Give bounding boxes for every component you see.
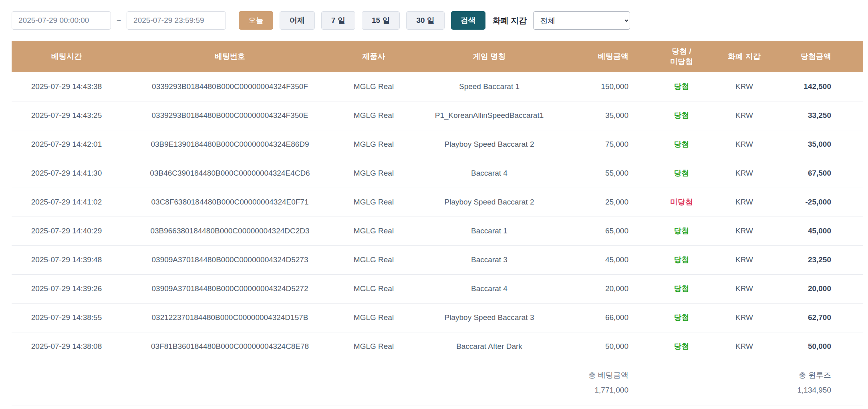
cell-provider: MGLG Real: [338, 245, 409, 274]
cell-bet-number: 03909A370184480B000C00000004324D5272: [121, 274, 338, 303]
table-row: 2025-07-29 14:43:25 0339293B0184480B000C…: [12, 101, 863, 130]
cell-wallet: KRW: [718, 274, 771, 303]
table-row: 2025-07-29 14:41:02 03C8F6380184480B000C…: [12, 188, 863, 217]
cell-provider: MGLG Real: [338, 159, 409, 188]
cell-win-amount: 67,500: [771, 159, 863, 188]
total-bet-cell: 총 베팅금액 1,771,000: [570, 361, 645, 405]
table-row: 2025-07-29 14:38:55 032122370184480B000C…: [12, 303, 863, 332]
cell-bet-amount: 75,000: [570, 130, 645, 159]
table-row: 2025-07-29 14:41:30 03B46C390184480B000C…: [12, 159, 863, 188]
cell-bet-number: 03B9E1390184480B000C00000004324E86D9: [121, 130, 338, 159]
table-row: 2025-07-29 14:38:08 03F81B360184480B000C…: [12, 332, 863, 361]
cell-result: 당첨: [645, 217, 718, 245]
total-winlose-cell: 총 윈루즈 1,134,950: [771, 361, 863, 405]
cell-win-amount: 23,250: [771, 245, 863, 274]
cell-provider: MGLG Real: [338, 274, 409, 303]
header-bet-number: 베팅번호: [121, 41, 338, 72]
cell-wallet: KRW: [718, 217, 771, 245]
date-from-input[interactable]: [12, 11, 111, 30]
cell-win-amount: 45,000: [771, 217, 863, 245]
date-to-input[interactable]: [127, 11, 226, 30]
cell-game-name: Playboy Speed Baccarat 2: [409, 130, 570, 159]
15-days-button[interactable]: 15 일: [362, 11, 400, 30]
today-button[interactable]: 오늘: [239, 11, 273, 30]
cell-bet-amount: 150,000: [570, 72, 645, 101]
wallet-select[interactable]: 전체: [533, 11, 630, 30]
cell-win-amount: 62,700: [771, 303, 863, 332]
cell-bet-time: 2025-07-29 14:38:55: [12, 303, 121, 332]
cell-bet-amount: 55,000: [570, 159, 645, 188]
cell-bet-time: 2025-07-29 14:41:30: [12, 159, 121, 188]
cell-game-name: Speed Baccarat 1: [409, 72, 570, 101]
cell-bet-time: 2025-07-29 14:41:02: [12, 188, 121, 217]
cell-result: 당첨: [645, 332, 718, 361]
table-row: 2025-07-29 14:39:48 03909A370184480B000C…: [12, 245, 863, 274]
cell-provider: MGLG Real: [338, 303, 409, 332]
total-bet-value: 1,771,000: [570, 386, 628, 395]
cell-bet-time: 2025-07-29 14:38:08: [12, 332, 121, 361]
table-row: 2025-07-29 14:39:26 03909A370184480B000C…: [12, 274, 863, 303]
cell-win-amount: 20,000: [771, 274, 863, 303]
cell-wallet: KRW: [718, 245, 771, 274]
cell-game-name: Baccarat 4: [409, 274, 570, 303]
header-result: 당첨 / 미당첨: [645, 41, 718, 72]
cell-result: 당첨: [645, 72, 718, 101]
cell-provider: MGLG Real: [338, 217, 409, 245]
betting-history-table: 베팅시간 베팅번호 제품사 게임 명칭 베팅금액 당첨 / 미당첨 화폐 지갑 …: [12, 41, 863, 405]
cell-provider: MGLG Real: [338, 72, 409, 101]
cell-win-amount: 35,000: [771, 130, 863, 159]
cell-wallet: KRW: [718, 159, 771, 188]
cell-bet-amount: 35,000: [570, 101, 645, 130]
table-body: 2025-07-29 14:43:38 0339293B0184480B000C…: [12, 72, 863, 361]
cell-game-name: P1_KoreanAllinSpeedBaccarat1: [409, 101, 570, 130]
cell-wallet: KRW: [718, 72, 771, 101]
header-bet-time: 베팅시간: [12, 41, 121, 72]
cell-bet-number: 0339293B0184480B000C00000004324F350F: [121, 72, 338, 101]
cell-wallet: KRW: [718, 303, 771, 332]
filter-toolbar: ~ 오늘 어제 7 일 15 일 30 일 검색 화폐 지갑 전체: [12, 10, 856, 30]
cell-game-name: Baccarat 4: [409, 159, 570, 188]
cell-win-amount: 142,500: [771, 72, 863, 101]
cell-wallet: KRW: [718, 332, 771, 361]
cell-bet-number: 0339293B0184480B000C00000004324F350E: [121, 101, 338, 130]
cell-bet-time: 2025-07-29 14:43:25: [12, 101, 121, 130]
cell-provider: MGLG Real: [338, 130, 409, 159]
cell-result: 당첨: [645, 130, 718, 159]
cell-provider: MGLG Real: [338, 332, 409, 361]
header-provider: 제품사: [338, 41, 409, 72]
wallet-filter-label: 화폐 지갑: [493, 15, 527, 26]
yesterday-button[interactable]: 어제: [280, 11, 315, 30]
total-winlose-value: 1,134,950: [771, 386, 831, 395]
cell-win-amount: 50,000: [771, 332, 863, 361]
table-row: 2025-07-29 14:40:29 03B966380184480B000C…: [12, 217, 863, 245]
table-footer-row: 총 베팅금액 1,771,000 총 윈루즈 1,134,950: [12, 361, 863, 405]
cell-bet-number: 03909A370184480B000C00000004324D5273: [121, 245, 338, 274]
betting-history-page: ~ 오늘 어제 7 일 15 일 30 일 검색 화폐 지갑 전체 베팅시간 베…: [0, 0, 868, 405]
cell-result: 당첨: [645, 245, 718, 274]
cell-wallet: KRW: [718, 101, 771, 130]
cell-bet-number: 03B966380184480B000C00000004324DC2D3: [121, 217, 338, 245]
30-days-button[interactable]: 30 일: [406, 11, 444, 30]
7-days-button[interactable]: 7 일: [321, 11, 355, 30]
cell-bet-amount: 50,000: [570, 332, 645, 361]
cell-bet-amount: 66,000: [570, 303, 645, 332]
cell-result: 당첨: [645, 303, 718, 332]
cell-bet-time: 2025-07-29 14:39:48: [12, 245, 121, 274]
cell-bet-time: 2025-07-29 14:39:26: [12, 274, 121, 303]
search-button[interactable]: 검색: [451, 11, 485, 30]
cell-result: 당첨: [645, 159, 718, 188]
cell-bet-number: 032122370184480B000C00000004324D157B: [121, 303, 338, 332]
cell-bet-amount: 20,000: [570, 274, 645, 303]
cell-bet-number: 03F81B360184480B000C00000004324C8E78: [121, 332, 338, 361]
cell-result: 당첨: [645, 101, 718, 130]
cell-game-name: Baccarat 3: [409, 245, 570, 274]
cell-result: 미당첨: [645, 188, 718, 217]
cell-result: 당첨: [645, 274, 718, 303]
total-winlose-label: 총 윈루즈: [771, 370, 831, 381]
cell-bet-number: 03C8F6380184480B000C00000004324E0F71: [121, 188, 338, 217]
table-row: 2025-07-29 14:43:38 0339293B0184480B000C…: [12, 72, 863, 101]
cell-bet-time: 2025-07-29 14:40:29: [12, 217, 121, 245]
cell-bet-amount: 45,000: [570, 245, 645, 274]
table-row: 2025-07-29 14:42:01 03B9E1390184480B000C…: [12, 130, 863, 159]
cell-wallet: KRW: [718, 130, 771, 159]
